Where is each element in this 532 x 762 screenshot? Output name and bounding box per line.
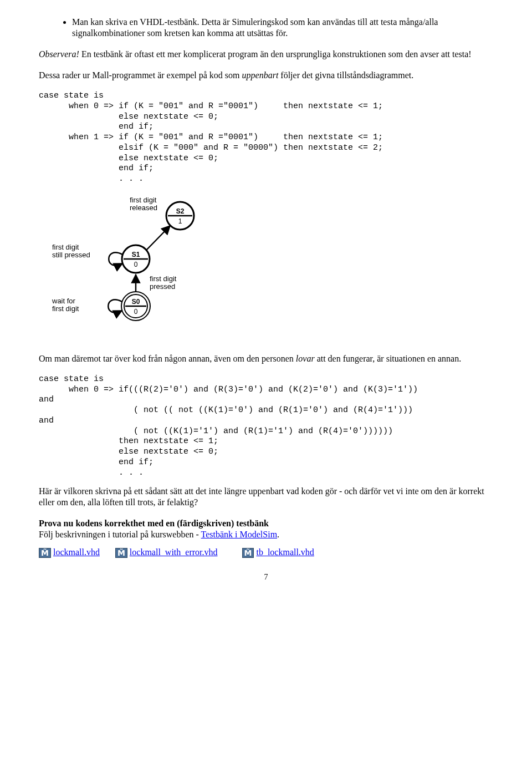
- file-link-tb-lockmall[interactable]: tb_lockmall.vhd: [256, 547, 314, 557]
- code-block-1: case state is when 0 => if (K = "001" an…: [39, 91, 493, 185]
- follow-italic: uppenbart: [242, 70, 279, 80]
- mid-italic: lovar: [296, 354, 315, 363]
- bullet-list: Man kan skriva en VHDL-testbänk. Detta ä…: [39, 17, 493, 39]
- file-link-lockmall[interactable]: lockmall.vhd: [53, 547, 100, 557]
- follow-link-a: Följ beskrivningen i tutorial på kursweb…: [39, 530, 201, 539]
- page-number: 7: [39, 572, 493, 582]
- modelsim-icon: M̃: [39, 548, 51, 558]
- s1-label: S1: [132, 251, 140, 258]
- s0-output: 0: [134, 308, 138, 316]
- modelsim-icon: M̃: [242, 548, 254, 558]
- prova-heading: Prova nu kodens korrekthet med en (färdi…: [39, 518, 493, 540]
- observera-text: En testbänk är oftast ett mer komplicera…: [79, 49, 472, 59]
- follow-link-b: .: [277, 530, 279, 539]
- follow-b: följer det givna tillståndsdiagrammet.: [278, 70, 413, 80]
- label-first-digit-released: first digit released: [130, 196, 158, 212]
- state-diagram: S2 1 S1 0 S0 0 first digit released firs…: [39, 192, 233, 337]
- label-first-digit-pressed: first digit pressed: [150, 275, 178, 291]
- s0-label: S0: [132, 298, 140, 306]
- bottom-p1: Här är vilkoren skrivna på ett sådant sä…: [39, 486, 493, 508]
- follow-paragraph: Dessa rader ur Mall-programmet är exempe…: [39, 70, 493, 81]
- mid-a: Om man däremot tar över kod från någon a…: [39, 354, 296, 363]
- observera-prefix: Observera!: [39, 49, 79, 59]
- prova-bold: Prova nu kodens korrekthet med en (färdi…: [39, 519, 269, 528]
- follow-a: Dessa rader ur Mall-programmet är exempe…: [39, 70, 242, 80]
- s2-label: S2: [176, 207, 185, 215]
- s1-output: 0: [134, 261, 138, 268]
- s2-output: 1: [178, 217, 182, 225]
- testbank-link[interactable]: Testbänk i ModelSim: [201, 530, 278, 539]
- label-wait-for-first-digit: wait for first digit: [52, 297, 79, 313]
- file-link-lockmall-error[interactable]: lockmall_with_error.vhd: [130, 547, 218, 557]
- code-block-2: case state is when 0 => if(((R(2)='0') a…: [39, 374, 493, 479]
- observera-paragraph: Observera! En testbänk är oftast ett mer…: [39, 49, 493, 60]
- bullet-item: Man kan skriva en VHDL-testbänk. Detta ä…: [72, 17, 493, 39]
- label-first-digit-still-pressed: first digit still pressed: [52, 243, 90, 259]
- file-links-line: M̃lockmall.vhd M̃lockmall_with_error.vhd…: [39, 547, 493, 558]
- mid-paragraph: Om man däremot tar över kod från någon a…: [39, 353, 493, 364]
- modelsim-icon: M̃: [115, 548, 127, 558]
- mid-b: att den fungerar, är situationen en anna…: [315, 354, 462, 363]
